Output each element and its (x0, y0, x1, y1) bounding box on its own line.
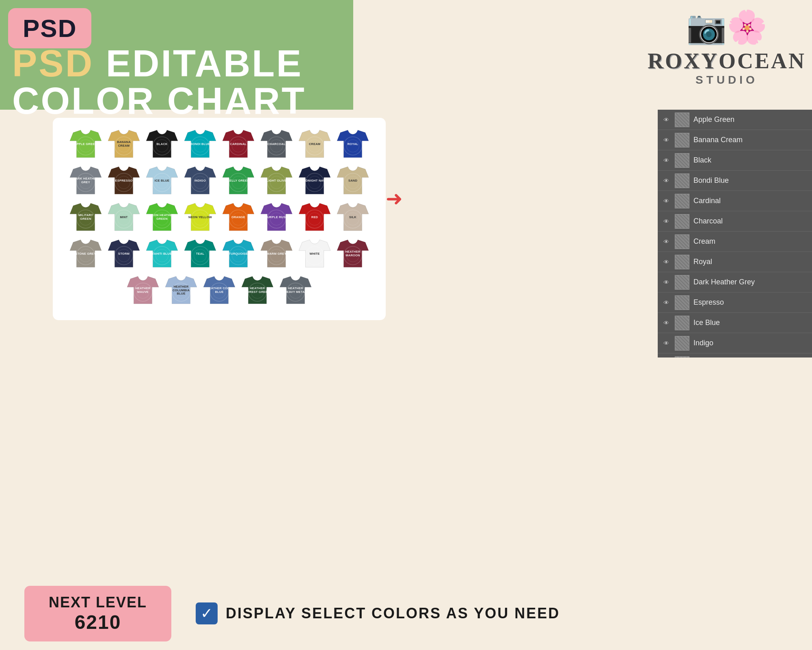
layer-item[interactable]: 👁Charcoal (658, 211, 812, 232)
layer-visibility-icon[interactable]: 👁 (662, 137, 671, 143)
tshirt-label: BANANA CREAM (111, 141, 137, 147)
tshirt-label: WARM GREY (263, 252, 289, 256)
layer-thumbnail (675, 153, 689, 168)
tshirt-label: HEATHER HEAVY METAL (283, 287, 309, 294)
layer-name-label: Cardinal (693, 197, 721, 205)
layer-thumbnail (675, 133, 689, 147)
layer-name-label: Royal (693, 258, 712, 266)
tshirt-label: HEATHER MAUVE (130, 287, 156, 294)
layer-thumbnail (675, 275, 689, 290)
tshirt-item: MIDNIGHT NAVY (298, 164, 331, 197)
layer-name-label: Cream (693, 237, 715, 246)
layer-name-label: Bondi Blue (693, 176, 729, 185)
layer-visibility-icon[interactable]: 👁 (662, 238, 671, 245)
layer-item[interactable]: 👁Banana Cream (658, 130, 812, 150)
tshirt-item: ORANGE (222, 201, 255, 234)
title-editable: EDITABLE (94, 43, 303, 84)
layer-visibility-icon[interactable]: 👁 (662, 157, 671, 164)
tshirt-item: MINT (107, 201, 140, 234)
tshirt-label: TEAL (187, 252, 213, 256)
layer-item[interactable]: 👁Cardinal (658, 191, 812, 211)
tshirt-label: LIGHT OLIVE (263, 179, 289, 183)
tshirt-item: INDIGO (184, 164, 217, 197)
layer-item[interactable]: 👁Ice Blue (658, 313, 812, 333)
next-level-label: NEXT LEVEL (49, 594, 147, 611)
tshirt-item: STONE GREY (69, 237, 102, 271)
tshirt-item: STORM (107, 237, 140, 271)
tshirt-row: STONE GREYSTORMTAHITI BLUETEALTURQUOISEW… (59, 237, 379, 271)
tshirt-item: WHITE (298, 237, 331, 271)
layer-item[interactable]: 👁Bondi Blue (658, 171, 812, 191)
tshirt-label: CHARCOAL (263, 143, 289, 146)
layer-visibility-icon[interactable]: 👁 (662, 117, 671, 123)
tshirt-grid: APPLE GREENBANANA CREAMBLACKBONDI BLUECA… (53, 118, 386, 320)
tshirt-item: LIGHT OLIVE (260, 164, 293, 197)
layer-item[interactable]: 👁Black (658, 150, 812, 171)
layer-visibility-icon[interactable]: 👁 (662, 259, 671, 265)
tshirt-label: HEATHER MAROON (340, 250, 366, 257)
tshirt-row: HEATHER MAUVEHEATHER COLUMBIA BLUEHEATHE… (59, 274, 379, 307)
tshirt-label: HEATHER COLUMBIA BLUE (168, 285, 194, 296)
layer-name-label: Apple Green (693, 115, 734, 124)
tshirt-row: MILITARY GREENMINTNEON HEATHER GREENNEON… (59, 201, 379, 234)
layer-name-label: Dark Heather Grey (693, 278, 755, 286)
tshirt-label: STONE GREY (73, 252, 99, 256)
tshirt-label: NEON YELLOW (187, 216, 213, 219)
next-level-badge: NEXT LEVEL 6210 (24, 586, 171, 641)
layer-item[interactable]: 👁Indigo (658, 333, 812, 353)
tshirt-label: TAHITI BLUE (149, 252, 175, 256)
logo-ocean: OCEAN (719, 48, 806, 74)
tshirt-item: BLACK (145, 128, 179, 161)
layer-item[interactable]: 👁Royal (658, 252, 812, 272)
tshirt-item: HEATHER MAROON (336, 237, 369, 271)
tshirt-label: HEATHER COOL BLUE (206, 287, 232, 294)
layer-item[interactable]: 👁Espresso (658, 292, 812, 313)
layer-name-label: Espresso (693, 298, 724, 307)
layer-visibility-icon[interactable]: 👁 (662, 218, 671, 225)
tshirt-item: NEON YELLOW (184, 201, 217, 234)
layer-visibility-icon[interactable]: 👁 (662, 340, 671, 347)
tshirt-item: HEATHER COOL BLUE (203, 274, 236, 307)
tshirt-item: ESPRESSO (107, 164, 140, 197)
tshirt-item: TAHITI BLUE (145, 237, 179, 271)
logo-roxy: ROXY (648, 48, 719, 74)
tshirt-item: KELLY GREEN (222, 164, 255, 197)
tshirt-label: ROYAL (340, 143, 366, 146)
tshirt-item: TURQUOISE (222, 237, 255, 271)
tshirt-item: CREAM (298, 128, 331, 161)
tshirt-label: DARK HEATHER GREY (73, 177, 99, 184)
tshirt-item: APPLE GREEN (69, 128, 102, 161)
tshirt-item: BONDI BLUE (184, 128, 217, 161)
layer-item[interactable]: 👁Kelly Green (658, 353, 812, 358)
tshirt-label: ORANGE (225, 216, 251, 219)
layer-visibility-icon[interactable]: 👁 (662, 299, 671, 306)
tshirt-item: NEON HEATHER GREEN (145, 201, 179, 234)
layer-visibility-icon[interactable]: 👁 (662, 279, 671, 286)
tshirt-label: INDIGO (187, 179, 213, 183)
layer-name-label: Banana Cream (693, 136, 743, 144)
layer-item[interactable]: 👁Apple Green (658, 110, 812, 130)
logo-area: 📷🌸 ROXYOCEAN STUDIO (650, 8, 804, 87)
camera-icon: 📷🌸 (650, 8, 804, 46)
layer-visibility-icon[interactable]: 👁 (662, 178, 671, 184)
arrow-icon: ➜ (386, 187, 403, 210)
tshirt-item: CARDINAL (222, 128, 255, 161)
layer-thumbnail (675, 295, 689, 310)
logo-studio: STUDIO (650, 74, 804, 87)
tshirt-label: BLACK (149, 143, 175, 146)
layer-visibility-icon[interactable]: 👁 (662, 198, 671, 204)
tshirt-item: DARK HEATHER GREY (69, 164, 102, 197)
bottom-section: NEXT LEVEL 6210 ✓ DISPLAY SELECT COLORS … (0, 577, 812, 650)
tshirt-item: WARM GREY (260, 237, 293, 271)
layer-name-label: Ice Blue (693, 318, 720, 327)
layer-visibility-icon[interactable]: 👁 (662, 320, 671, 326)
layer-thumbnail (675, 316, 689, 330)
checkbox-icon: ✓ (196, 602, 218, 624)
layer-name-label: Charcoal (693, 217, 723, 225)
layer-item[interactable]: 👁Dark Heather Grey (658, 272, 812, 292)
layer-item[interactable]: 👁Cream (658, 232, 812, 252)
tshirt-label: WHITE (302, 252, 328, 256)
tshirt-item: HEATHER COLUMBIA BLUE (164, 274, 198, 307)
tshirt-item: TEAL (184, 237, 217, 271)
tshirt-label: ICE BLUE (149, 179, 175, 183)
